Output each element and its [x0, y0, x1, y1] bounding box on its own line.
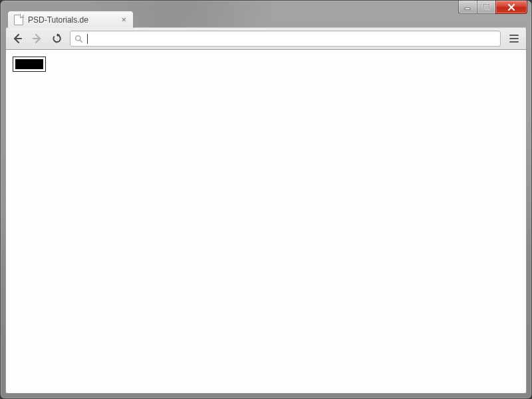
tab-title: PSD-Tutorials.de: [28, 15, 115, 25]
svg-rect-2: [484, 5, 489, 10]
arrow-left-icon: [11, 33, 23, 45]
hamburger-icon: [509, 35, 519, 36]
menu-button[interactable]: [506, 31, 522, 46]
url-input[interactable]: [91, 31, 496, 46]
reload-button[interactable]: [50, 31, 65, 46]
forward-button[interactable]: [30, 31, 45, 46]
svg-rect-0: [465, 8, 470, 9]
page-icon: [14, 15, 23, 25]
page-body: [6, 50, 526, 81]
window-frame: PSD-Tutorials.de ×: [0, 0, 532, 399]
svg-rect-1: [484, 5, 489, 10]
reload-icon: [51, 33, 63, 45]
page-viewport: [5, 50, 527, 394]
maximize-icon: [483, 3, 490, 11]
minimize-button[interactable]: [458, 1, 477, 14]
tab-strip: PSD-Tutorials.de ×: [7, 11, 525, 28]
back-button[interactable]: [10, 31, 25, 46]
browser-toolbar: [5, 27, 527, 50]
address-bar[interactable]: [70, 31, 501, 47]
arrow-right-icon: [31, 33, 43, 45]
close-button[interactable]: [495, 1, 527, 14]
canvas-element: [13, 57, 46, 72]
search-icon: [74, 35, 83, 43]
maximize-button[interactable]: [477, 1, 496, 14]
svg-line-4: [80, 40, 82, 42]
caption-buttons: [459, 1, 527, 14]
minimize-icon: [464, 3, 471, 11]
tab-close-button[interactable]: ×: [120, 15, 128, 25]
filled-rectangle: [15, 59, 43, 69]
browser-tab[interactable]: PSD-Tutorials.de ×: [7, 11, 134, 28]
close-icon: [507, 3, 516, 11]
text-cursor: [87, 34, 88, 44]
